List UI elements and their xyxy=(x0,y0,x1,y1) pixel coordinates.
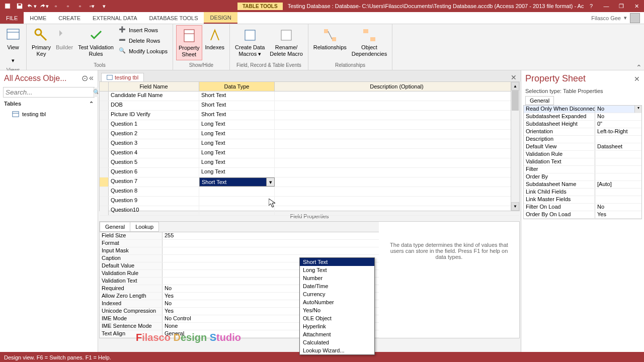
data-type-header[interactable]: Data Type xyxy=(199,82,275,91)
ps-value[interactable]: No xyxy=(595,113,641,120)
indexes-button[interactable]: Indexes xyxy=(203,25,227,53)
data-type-cell[interactable] xyxy=(199,206,275,215)
field-property-row[interactable]: Field Size255 xyxy=(100,232,379,240)
field-name-cell[interactable]: Question 6 xyxy=(109,168,199,177)
ps-value[interactable] xyxy=(595,189,641,196)
description-cell[interactable] xyxy=(275,101,519,110)
ps-value[interactable] xyxy=(595,151,641,158)
description-cell[interactable] xyxy=(275,158,519,167)
field-row[interactable]: Question 7Short Text▾ xyxy=(100,177,519,187)
row-selector[interactable] xyxy=(100,120,109,129)
field-name-cell[interactable]: Question 2 xyxy=(109,130,199,139)
relationships-button[interactable]: Relationships xyxy=(311,25,349,53)
datatype-option[interactable]: Currency xyxy=(300,290,374,298)
restore-icon[interactable]: ❐ xyxy=(614,0,629,12)
nav-header[interactable]: All Access Obje... ⊙« xyxy=(0,70,98,86)
property-sheet-button[interactable]: Property Sheet xyxy=(176,25,202,60)
ps-value[interactable] xyxy=(595,158,641,165)
datatype-option[interactable]: AutoNumber xyxy=(300,298,374,306)
row-selector[interactable] xyxy=(100,149,109,158)
field-row[interactable]: Candidate Full NameShort Text xyxy=(100,92,519,101)
ps-value[interactable]: Left-to-Right xyxy=(595,128,641,135)
doc-tab-testing-tbl[interactable]: testing tbl xyxy=(101,73,144,81)
description-cell[interactable] xyxy=(275,92,519,101)
row-selector[interactable] xyxy=(100,197,109,206)
insert-rows-button[interactable]: ➕Insert Rows xyxy=(117,25,170,35)
tab-home[interactable]: HOME xyxy=(24,12,52,24)
field-property-row[interactable]: Format xyxy=(100,240,379,247)
field-name-cell[interactable]: Question 1 xyxy=(109,120,199,129)
field-row[interactable]: Question 2Long Text xyxy=(100,130,519,139)
field-row[interactable]: Question 8 xyxy=(100,187,519,197)
description-cell[interactable] xyxy=(275,177,519,187)
field-row[interactable]: Question 3Long Text xyxy=(100,139,519,149)
fp-value[interactable] xyxy=(163,240,379,247)
ps-value[interactable] xyxy=(595,196,641,203)
minimize-icon[interactable]: — xyxy=(599,0,614,12)
data-type-cell[interactable] xyxy=(199,197,275,206)
create-data-macros-button[interactable]: Create Data Macros ▾ xyxy=(233,25,267,59)
fp-tab-lookup[interactable]: Lookup xyxy=(130,222,159,232)
qat-btn-1[interactable]: ▫ xyxy=(50,1,61,11)
data-type-cell[interactable]: Long Text xyxy=(199,139,275,148)
property-row[interactable]: Order By xyxy=(524,173,641,181)
ps-value[interactable] xyxy=(595,173,641,180)
qat-btn-4[interactable]: ▫▾ xyxy=(87,1,98,11)
property-row[interactable]: Subdatasheet Height0" xyxy=(524,121,641,128)
field-row[interactable]: DOBShort Text xyxy=(100,101,519,111)
ps-value[interactable]: No▾ xyxy=(595,106,641,113)
scroll-thumb[interactable] xyxy=(512,90,519,111)
property-row[interactable]: Link Child Fields xyxy=(524,189,641,196)
property-row[interactable]: OrientationLeft-to-Right xyxy=(524,128,641,136)
row-selector[interactable] xyxy=(100,206,109,215)
field-name-cell[interactable]: Question10 xyxy=(109,206,199,215)
field-row[interactable]: Question 6Long Text xyxy=(100,168,519,177)
undo-icon[interactable]: ▾ xyxy=(26,1,37,11)
field-property-row[interactable]: Input Mask xyxy=(100,247,379,255)
test-validation-button[interactable]: Test Validation Rules xyxy=(76,25,116,59)
fp-value[interactable]: 255 xyxy=(163,232,379,239)
data-type-cell[interactable]: Short Text xyxy=(199,111,275,120)
tab-create[interactable]: CREATE xyxy=(52,12,87,24)
field-row[interactable]: Question 1Long Text xyxy=(100,120,519,130)
property-sheet-close-icon[interactable]: ✕ xyxy=(634,75,640,83)
field-name-cell[interactable]: Question 7 xyxy=(109,177,199,187)
row-selector[interactable] xyxy=(100,168,109,177)
primary-key-button[interactable]: Primary Key xyxy=(30,25,53,59)
row-selector-header[interactable] xyxy=(100,82,109,91)
nav-group-tables[interactable]: Tables ⌃ xyxy=(0,99,98,109)
row-selector[interactable] xyxy=(100,101,109,110)
property-row[interactable]: Order By On LoadYes xyxy=(524,211,641,219)
field-name-cell[interactable]: Question 4 xyxy=(109,149,199,158)
description-cell[interactable] xyxy=(275,187,519,196)
ps-value[interactable] xyxy=(595,136,641,143)
nav-item-testing-tbl[interactable]: testing tbl xyxy=(0,109,98,119)
field-row[interactable]: Picture ID VerifyShort Text xyxy=(100,111,519,120)
view-button[interactable]: View▾ xyxy=(3,25,23,66)
tab-design[interactable]: DESIGN xyxy=(204,12,237,24)
ps-value[interactable]: Datasheet xyxy=(595,143,641,150)
description-cell[interactable] xyxy=(275,206,519,215)
data-type-cell[interactable] xyxy=(199,187,275,196)
scroll-down-icon[interactable]: ▼ xyxy=(511,202,519,211)
builder-button[interactable]: Builder xyxy=(54,25,75,53)
property-row[interactable]: Filter xyxy=(524,166,641,173)
ps-value[interactable]: 0" xyxy=(595,121,641,128)
datatype-option[interactable]: Long Text xyxy=(300,266,374,274)
nav-collapse-icon[interactable]: « xyxy=(89,73,94,83)
tab-database-tools[interactable]: DATABASE TOOLS xyxy=(143,12,204,24)
row-selector[interactable] xyxy=(100,130,109,139)
description-cell[interactable] xyxy=(275,120,519,129)
user-area[interactable]: Filasco Gee ▾ xyxy=(591,12,644,24)
datatype-option[interactable]: Short Text xyxy=(300,258,374,266)
rename-delete-macro-button[interactable]: Rename/ Delete Macro xyxy=(268,25,304,59)
scroll-up-icon[interactable]: ▲ xyxy=(511,82,519,90)
field-name-cell[interactable]: Question 3 xyxy=(109,139,199,148)
data-type-cell[interactable]: Long Text xyxy=(199,168,275,177)
data-type-cell[interactable]: Short Text▾ xyxy=(199,177,275,187)
data-type-cell[interactable]: Short Text xyxy=(199,92,275,101)
row-selector[interactable] xyxy=(100,92,109,101)
tab-external-data[interactable]: EXTERNAL DATA xyxy=(87,12,143,24)
close-icon[interactable]: ✕ xyxy=(629,0,644,12)
property-row[interactable]: Link Master Fields xyxy=(524,196,641,204)
